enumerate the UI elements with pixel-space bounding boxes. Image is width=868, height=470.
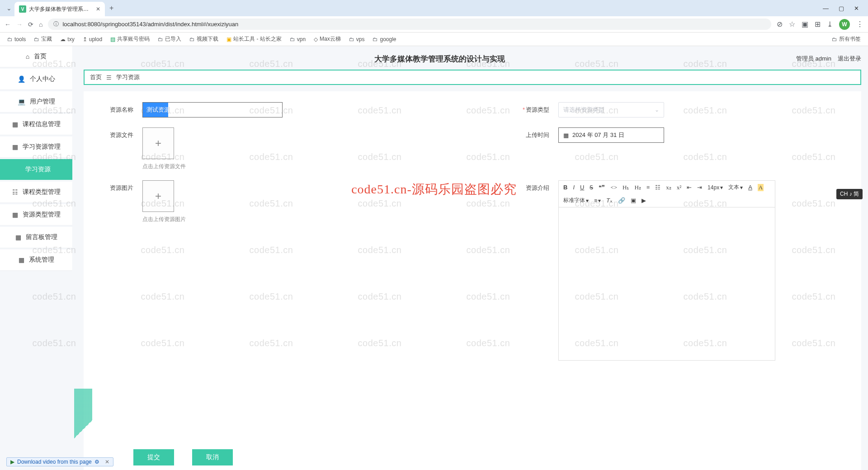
back-icon[interactable]: ← <box>5 21 11 28</box>
tab-title: 大学多媒体教学管理系统的设计 <box>29 5 92 13</box>
bookmark-shared[interactable]: ▤共享账号密码 <box>108 34 152 44</box>
bookmark-max[interactable]: ◇Max云梯 <box>311 34 344 44</box>
profile-avatar[interactable]: W <box>839 19 850 30</box>
home-icon[interactable]: ⌂ <box>39 21 42 28</box>
bookmark-tools[interactable]: 🗀tools <box>5 35 28 43</box>
bookmark-imported[interactable]: 🗀已导入 <box>155 34 184 44</box>
up-icon: ↥ <box>83 36 87 42</box>
bookmark-bar: 🗀tools 🗀宝藏 ☁txy ↥uplod ▤共享账号密码 🗀已导入 🗀视频下… <box>0 33 868 46</box>
maximize-icon[interactable]: ▢ <box>839 5 844 12</box>
cloud-icon: ☁ <box>60 36 66 42</box>
bookmark-google[interactable]: 🗀google <box>370 35 399 43</box>
tab-close-icon[interactable]: ✕ <box>96 6 100 12</box>
extensions-icon[interactable]: ⊞ <box>815 20 821 28</box>
browser-tab[interactable]: V 大学多媒体教学管理系统的设计 ✕ <box>14 2 105 16</box>
favicon-icon: V <box>19 5 26 13</box>
folder-icon: 🗀 <box>832 36 837 42</box>
new-tab-button[interactable]: + <box>109 4 113 12</box>
bookmark-all[interactable]: 🗀所有书签 <box>829 34 863 44</box>
folder-icon: 🗀 <box>158 36 163 42</box>
site-info-icon[interactable]: ⓘ <box>53 20 59 28</box>
bookmark-zhanzhang[interactable]: ▣站长工具 - 站长之家 <box>224 34 284 44</box>
folder-icon: 🗀 <box>7 36 13 42</box>
close-window-icon[interactable]: ✕ <box>854 5 859 12</box>
folder-icon: 🗀 <box>373 36 378 42</box>
tabs-collapse-icon[interactable]: ⌄ <box>6 5 12 12</box>
menu-icon[interactable]: ⋮ <box>856 20 863 28</box>
url-text: localhost:8080/springboot35143/admin/dis… <box>62 21 238 28</box>
star-icon[interactable]: ☆ <box>789 20 795 28</box>
bookmark-vpn[interactable]: 🗀vpn <box>287 35 308 43</box>
url-field[interactable]: ⓘ localhost:8080/springboot35143/admin/d… <box>48 19 771 30</box>
doc-icon: ▤ <box>110 36 115 42</box>
download-icon[interactable]: ⤓ <box>827 20 833 28</box>
plugin-icon[interactable]: ▣ <box>802 20 808 28</box>
address-bar: ← → ⟳ ⌂ ⓘ localhost:8080/springboot35143… <box>0 16 868 33</box>
folder-icon: 🗀 <box>349 36 354 42</box>
window-controls: — ▢ ✕ <box>823 5 864 12</box>
folder-icon: 🗀 <box>189 36 195 42</box>
folder-icon: 🗀 <box>290 36 295 42</box>
bookmark-video[interactable]: 🗀视频下载 <box>187 34 221 44</box>
forward-icon[interactable]: → <box>16 21 23 28</box>
reload-icon[interactable]: ⟳ <box>28 21 33 28</box>
folder-icon: 🗀 <box>34 36 39 42</box>
tab-bar: ⌄ V 大学多媒体教学管理系统的设计 ✕ + — ▢ ✕ <box>0 0 868 16</box>
tool-icon: ▣ <box>226 36 231 42</box>
minimize-icon[interactable]: — <box>823 5 829 12</box>
key-icon[interactable]: ⊘ <box>777 20 783 28</box>
link-icon: ◇ <box>314 36 318 42</box>
bookmark-txy[interactable]: ☁txy <box>57 35 77 43</box>
bookmark-baozang[interactable]: 🗀宝藏 <box>31 34 55 44</box>
bookmark-uplod[interactable]: ↥uplod <box>80 35 105 43</box>
bookmark-vps[interactable]: 🗀vps <box>346 35 368 43</box>
browser-chrome: ⌄ V 大学多媒体教学管理系统的设计 ✕ + — ▢ ✕ ← → ⟳ ⌂ ⓘ l… <box>0 0 868 46</box>
